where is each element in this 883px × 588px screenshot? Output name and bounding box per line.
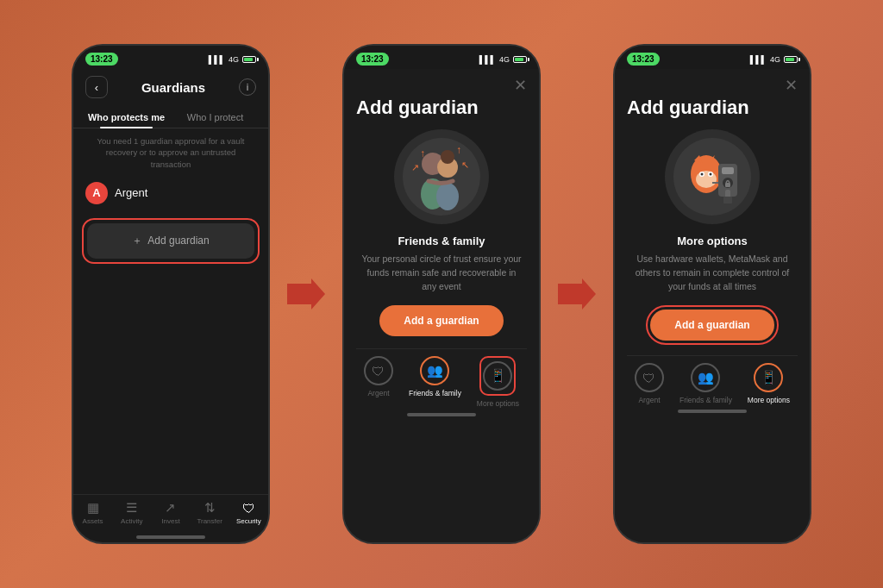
svg-text:↖: ↖ <box>461 160 469 170</box>
tab-who-i-protect[interactable]: Who I protect <box>171 105 260 128</box>
svg-text:↗: ↗ <box>411 162 419 172</box>
time-badge-3: 13:23 <box>627 53 660 66</box>
svg-text:↑: ↑ <box>456 144 461 156</box>
more-options-highlight-2: 📱 <box>479 356 516 396</box>
close-button-3[interactable]: ✕ <box>785 78 798 93</box>
svg-point-20 <box>710 173 712 176</box>
modal-title-3: Add guardian <box>627 97 798 119</box>
friends-family-illustration: ↑ ↑ ↗ ↖ <box>394 129 489 224</box>
assets-icon: ▦ <box>87 500 99 516</box>
svg-rect-26 <box>725 183 730 187</box>
plus-icon: ＋ <box>132 234 142 248</box>
network-type-3: 4G <box>770 55 780 64</box>
tab-who-protects-me[interactable]: Who protects me <box>82 105 171 128</box>
guardians-title: Guardians <box>141 80 205 95</box>
add-guardian-button-2[interactable]: Add a guardian <box>379 305 503 336</box>
battery-icon-3 <box>784 56 798 63</box>
arrow-2 <box>556 277 598 311</box>
svg-point-5 <box>441 150 454 164</box>
home-indicator-3 <box>678 410 747 413</box>
more-options-tab-icon-3: 📱 <box>754 363 783 392</box>
guardian-type-tabs-3: 🛡 Argent 👥 Friends & family 📱 More optio… <box>627 355 798 404</box>
phone-1: 13:23 ▌▌▌ 4G ‹ Guardians i Who protects … <box>72 44 270 544</box>
svg-marker-0 <box>287 278 325 310</box>
svg-point-6 <box>436 183 459 210</box>
svg-point-19 <box>701 173 704 176</box>
status-bar-3: 13:23 ▌▌▌ 4G <box>615 46 810 69</box>
guardian-notice: You need 1 guardian approval for a vault… <box>73 128 268 175</box>
argent-tab-icon-2: 🛡 <box>364 356 393 385</box>
argent-row: A Argent <box>73 175 268 211</box>
guardian-type-tabs-2: 🛡 Argent 👥 Friends & family 📱 More optio… <box>356 348 527 408</box>
modal-subtitle-3: More options <box>677 235 748 247</box>
signal-icons-3: ▌▌▌ 4G <box>750 55 798 64</box>
home-indicator-2 <box>407 413 476 416</box>
tab-friends-2[interactable]: 👥 Friends & family <box>409 356 461 408</box>
signal-bars-2: ▌▌▌ <box>479 55 496 64</box>
screen-2: ✕ Add guardian ↑ ↑ ↗ ↖ <box>344 69 539 542</box>
tab-more-options-3[interactable]: 📱 More options <box>748 363 790 404</box>
add-guardian-highlight-3: Add a guardian <box>646 305 778 345</box>
more-options-tab-icon-2: 📱 <box>483 361 512 391</box>
tab-argent-2[interactable]: 🛡 Argent <box>364 356 393 408</box>
signal-bars-1: ▌▌▌ <box>209 55 225 64</box>
argent-shield-icon: A <box>85 182 108 204</box>
activity-icon: ☰ <box>126 500 137 516</box>
friends-tab-icon-2: 👥 <box>420 356 449 385</box>
bottom-nav-1: ▦ Assets ☰ Activity ↗ Invest ⇅ Transfer … <box>73 494 268 532</box>
argent-tab-icon-3: 🛡 <box>635 363 664 392</box>
screen-3: ✕ Add guardian <box>615 69 810 542</box>
battery-icon-2 <box>513 56 527 63</box>
tab-argent-3[interactable]: 🛡 Argent <box>635 363 664 404</box>
status-bar-1: 13:23 ▌▌▌ 4G <box>73 46 268 69</box>
time-badge-2: 13:23 <box>356 53 389 66</box>
svg-text:↑: ↑ <box>420 147 425 160</box>
network-type-1: 4G <box>229 55 239 64</box>
signal-bars-3: ▌▌▌ <box>750 55 767 64</box>
home-indicator-1 <box>136 535 205 539</box>
modal-description-2: Your personal circle of trust ensure you… <box>356 253 527 293</box>
tab-friends-3[interactable]: 👥 Friends & family <box>679 363 732 404</box>
modal-description-3: Use hardware wallets, MetaMask and other… <box>627 253 798 293</box>
security-icon: 🛡 <box>242 501 255 516</box>
signal-icons-2: ▌▌▌ 4G <box>479 55 527 64</box>
tab-more-options-2[interactable]: 📱 More options <box>477 356 519 408</box>
modal-title-2: Add guardian <box>356 97 527 119</box>
battery-icon-1 <box>242 56 256 63</box>
add-guardian-button-3[interactable]: Add a guardian <box>650 310 773 341</box>
nav-security[interactable]: 🛡 Security <box>233 501 264 525</box>
svg-rect-22 <box>722 167 734 174</box>
modal-subtitle-2: Friends & family <box>398 235 485 247</box>
guardians-header: ‹ Guardians i <box>73 69 268 105</box>
nav-transfer[interactable]: ⇅ Transfer <box>194 500 225 525</box>
add-guardian-highlight-box: ＋ Add guardian <box>82 218 260 264</box>
back-button[interactable]: ‹ <box>85 76 108 98</box>
friends-tab-icon-3: 👥 <box>691 363 720 392</box>
svg-point-16 <box>696 171 717 188</box>
add-guardian-button[interactable]: ＋ Add guardian <box>87 223 254 259</box>
invest-icon: ↗ <box>165 500 176 516</box>
screen-1: ‹ Guardians i Who protects me Who I prot… <box>73 69 268 542</box>
time-badge-1: 13:23 <box>85 53 118 66</box>
arrow-1 <box>285 277 327 311</box>
transfer-icon: ⇅ <box>204 500 216 516</box>
argent-label: Argent <box>115 186 147 199</box>
nav-assets[interactable]: ▦ Assets <box>78 500 109 525</box>
status-bar-2: 13:23 ▌▌▌ 4G <box>344 46 539 69</box>
guardian-tabs: Who protects me Who I protect <box>73 105 268 128</box>
svg-rect-24 <box>723 197 732 203</box>
info-button[interactable]: i <box>239 78 256 96</box>
signal-icons-1: ▌▌▌ 4G <box>209 55 256 64</box>
nav-activity[interactable]: ☰ Activity <box>116 500 147 525</box>
close-button-2[interactable]: ✕ <box>514 78 527 93</box>
phone-2: 13:23 ▌▌▌ 4G ✕ Add guardian <box>342 44 541 544</box>
svg-marker-11 <box>558 278 596 310</box>
network-type-2: 4G <box>499 55 510 64</box>
more-options-illustration <box>665 129 760 224</box>
nav-invest[interactable]: ↗ Invest <box>155 500 186 525</box>
phone-3: 13:23 ▌▌▌ 4G ✕ Add guardian <box>613 44 811 544</box>
